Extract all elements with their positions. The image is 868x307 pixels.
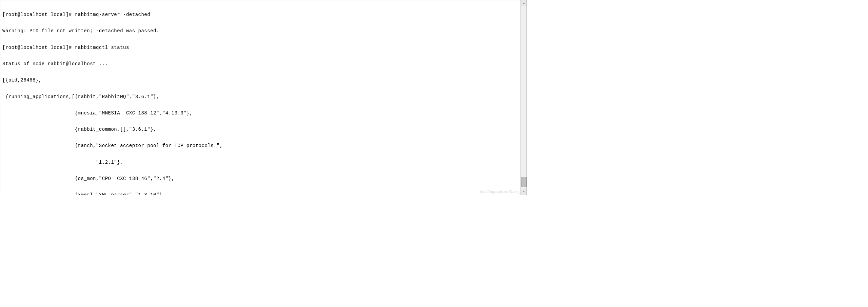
scrollbar-up-arrow-icon[interactable]: ▴: [521, 0, 527, 6]
terminal-line: {ranch,"Socket acceptor pool for TCP pro…: [2, 143, 525, 148]
terminal-output[interactable]: [root@localhost local]# rabbitmq-server …: [0, 0, 527, 195]
terminal-line: [root@localhost local]# rabbitmqctl stat…: [2, 45, 525, 50]
terminal-line: {rabbit_common,[],"3.6.1"},: [2, 127, 525, 132]
watermark-text: http://blog.csdn.net/Super_: [480, 190, 520, 194]
terminal-line: Warning: PID file not written; -detached…: [2, 28, 525, 34]
chevron-down-icon: ▾: [523, 190, 525, 194]
terminal-line: {running_applications,[{rabbit,"RabbitMQ…: [2, 94, 525, 100]
terminal-line: [root@localhost local]# rabbitmq-server …: [2, 12, 525, 17]
terminal-line: {mnesia,"MNESIA CXC 138 12","4.13.3"},: [2, 110, 525, 116]
vertical-scrollbar[interactable]: ▴ ▾: [520, 0, 527, 195]
scrollbar-thumb[interactable]: [521, 177, 527, 187]
scrollbar-down-arrow-icon[interactable]: ▾: [521, 189, 527, 195]
terminal-line: [{pid,26468},: [2, 77, 525, 83]
terminal-window: [root@localhost local]# rabbitmq-server …: [0, 0, 527, 195]
terminal-line: Status of node rabbit@localhost ...: [2, 61, 525, 67]
terminal-line: "1.2.1"},: [2, 160, 525, 165]
terminal-line: {os_mon,"CPO CXC 138 46","2.4"},: [2, 176, 525, 181]
terminal-line: {xmerl,"XML parser","1.3.10"},: [2, 192, 525, 195]
chevron-up-icon: ▴: [523, 1, 525, 5]
